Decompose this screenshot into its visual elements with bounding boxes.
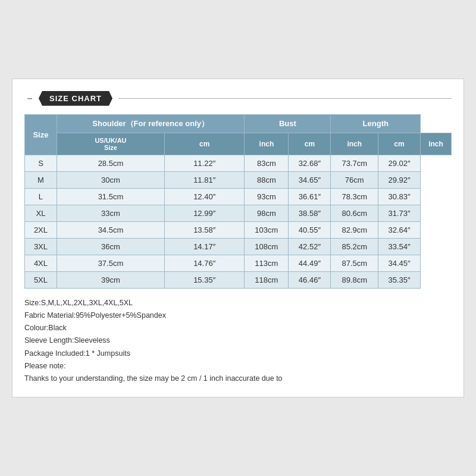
table-cell: 29.92″: [378, 171, 421, 188]
table-row: L31.5cm12.40″93cm36.61″78.3cm30.83″: [25, 188, 452, 205]
note-line: Sleeve Length:Sleeveless: [24, 334, 452, 347]
table-row: 3XL36cm14.17″108cm42.52″85.2cm33.54″: [25, 238, 452, 255]
table-cell: 12.40″: [165, 188, 245, 205]
table-cell: 118cm: [245, 271, 289, 288]
title-dash: －: [24, 91, 35, 105]
size-chart-container: － SIZE CHART Size Shoulder（For reference…: [12, 79, 464, 398]
table-cell: 93cm: [245, 188, 289, 205]
table-cell: 40.55″: [289, 221, 331, 238]
note-line: Package Included:1 * Jumpsuits: [24, 347, 452, 360]
table-cell: 28.5cm: [57, 155, 164, 171]
table-cell: 87.5cm: [331, 255, 378, 271]
table-cell: 78.3cm: [331, 188, 378, 205]
table-cell: 14.76″: [165, 255, 245, 271]
table-cell: 31.5cm: [57, 188, 164, 205]
table-body: S28.5cm11.22″83cm32.68″73.7cm29.02″M30cm…: [25, 155, 452, 288]
table-row: 2XL34.5cm13.58″103cm40.55″82.9cm32.64″: [25, 221, 452, 238]
table-cell: 12.99″: [165, 205, 245, 221]
subheader-le-cm: cm: [378, 133, 421, 155]
table-cell: 5XL: [25, 271, 57, 288]
table-cell: 36cm: [57, 238, 164, 255]
table-cell: 3XL: [25, 238, 57, 255]
table-cell: XL: [25, 205, 57, 221]
table-cell: 11.22″: [165, 155, 245, 171]
table-cell: 15.35″: [165, 271, 245, 288]
table-cell: 4XL: [25, 255, 57, 271]
table-cell: L: [25, 188, 57, 205]
table-cell: 33cm: [57, 205, 164, 221]
table-cell: M: [25, 171, 57, 188]
note-line: Fabric Material:95%Polyester+5%Spandex: [24, 309, 452, 322]
subheader-sh-in: inch: [245, 133, 289, 155]
table-cell: 89.8cm: [331, 271, 378, 288]
subheader-le-in: inch: [421, 133, 452, 155]
table-cell: 85.2cm: [331, 238, 378, 255]
table-cell: 113cm: [245, 255, 289, 271]
table-cell: 2XL: [25, 221, 57, 238]
table-cell: 35.35″: [378, 271, 421, 288]
table-row: XL33cm12.99″98cm38.58″80.6cm31.73″: [25, 205, 452, 221]
table-cell: 103cm: [245, 221, 289, 238]
table-cell: S: [25, 155, 57, 171]
table-cell: 14.17″: [165, 238, 245, 255]
table-cell: 83cm: [245, 155, 289, 171]
notes-section: Size:S,M,L,XL,2XL,3XL,4XL,5XLFabric Mate…: [24, 297, 452, 386]
table-cell: 32.68″: [289, 155, 331, 171]
table-cell: 34.65″: [289, 171, 331, 188]
col-bust: Bust: [245, 114, 331, 133]
table-cell: 42.52″: [289, 238, 331, 255]
table-cell: 38.58″: [289, 205, 331, 221]
table-cell: 34.5cm: [57, 221, 164, 238]
table-cell: 30cm: [57, 171, 164, 188]
subheader-bu-cm: cm: [289, 133, 331, 155]
header-row-1: Size Shoulder（For reference only） Bust L…: [25, 114, 452, 133]
table-cell: 98cm: [245, 205, 289, 221]
table-cell: 36.61″: [289, 188, 331, 205]
table-cell: 32.64″: [378, 221, 421, 238]
subheader-bu-in: inch: [331, 133, 378, 155]
header-row-2: US/UK/AU Size cm inch cm inch cm inch: [25, 133, 452, 155]
table-cell: 29.02″: [378, 155, 421, 171]
note-line: Colour:Black: [24, 322, 452, 334]
table-cell: 80.6cm: [331, 205, 378, 221]
table-cell: 37.5cm: [57, 255, 164, 271]
table-cell: 39cm: [57, 271, 164, 288]
table-cell: 31.73″: [378, 205, 421, 221]
subheader-size: US/UK/AU Size: [57, 133, 164, 155]
table-cell: 73.7cm: [331, 155, 378, 171]
note-line: Please note:: [24, 360, 452, 372]
subheader-sh-cm: cm: [165, 133, 245, 155]
table-cell: 44.49″: [289, 255, 331, 271]
table-row: S28.5cm11.22″83cm32.68″73.7cm29.02″: [25, 155, 452, 171]
table-cell: 88cm: [245, 171, 289, 188]
table-cell: 46.46″: [289, 271, 331, 288]
table-cell: 108cm: [245, 238, 289, 255]
table-row: M30cm11.81″88cm34.65″76cm29.92″: [25, 171, 452, 188]
note-line: Thanks to your understanding, the size m…: [24, 372, 452, 385]
note-line: Size:S,M,L,XL,2XL,3XL,4XL,5XL: [24, 297, 452, 309]
table-cell: 11.81″: [165, 171, 245, 188]
table-cell: 30.83″: [378, 188, 421, 205]
col-shoulder: Shoulder（For reference only）: [57, 114, 244, 133]
col-length: Length: [331, 114, 421, 133]
table-cell: 34.45″: [378, 255, 421, 271]
table-row: 5XL39cm15.35″118cm46.46″89.8cm35.35″: [25, 271, 452, 288]
table-cell: 33.54″: [378, 238, 421, 255]
title-line: [118, 98, 452, 99]
title-row: － SIZE CHART: [24, 91, 452, 106]
title-banner: SIZE CHART: [39, 91, 112, 106]
table-cell: 13.58″: [165, 221, 245, 238]
table-cell: 82.9cm: [331, 221, 378, 238]
table-row: 4XL37.5cm14.76″113cm44.49″87.5cm34.45″: [25, 255, 452, 271]
col-size: Size: [25, 114, 57, 155]
table-cell: 76cm: [331, 171, 378, 188]
size-table: Size Shoulder（For reference only） Bust L…: [24, 114, 452, 289]
